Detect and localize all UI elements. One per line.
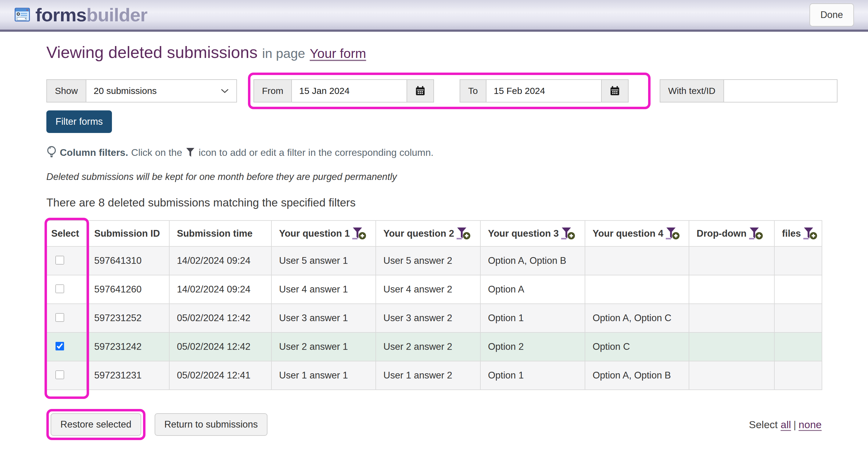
question-1-cell: User 5 answer 1 — [272, 246, 376, 275]
table-header-row: Select Submission ID Submission time You… — [46, 220, 822, 246]
hint-post-text: icon to add or edit a filter in the corr… — [198, 147, 433, 158]
filter-add-icon[interactable] — [561, 227, 575, 240]
text-id-input[interactable] — [723, 79, 837, 102]
from-label: From — [253, 79, 291, 102]
question-2-cell: User 3 answer 2 — [376, 304, 480, 333]
your-form-link[interactable]: Your form — [310, 46, 366, 61]
select-cell — [46, 304, 87, 333]
col-header-question-2: Your question 2 — [376, 220, 480, 246]
row-checkbox[interactable] — [56, 256, 64, 265]
question-1-cell: User 2 answer 1 — [272, 333, 376, 361]
select-all-link[interactable]: all — [780, 419, 791, 430]
question-3-cell: Option A — [480, 275, 585, 304]
return-to-submissions-button[interactable]: Return to submissions — [155, 413, 268, 436]
filter-funnel-icon — [186, 148, 195, 157]
page-title-main: Viewing deleted submissions — [46, 43, 257, 61]
filter-add-icon[interactable] — [457, 227, 471, 240]
submission-time-cell: 14/02/2024 09:24 — [169, 246, 272, 275]
table-row: 59764131014/02/2024 09:24User 5 answer 1… — [46, 246, 822, 275]
col-header-question-3: Your question 3 — [480, 220, 585, 246]
col-header-dropdown: Drop-down — [689, 220, 774, 246]
col-header-question-4: Your question 4 — [585, 220, 689, 246]
col-header-files: files — [774, 220, 822, 246]
submission-id-cell: 597641260 — [87, 275, 169, 304]
show-select-value: 20 submissions — [94, 86, 157, 96]
logo-forms-text: forms — [35, 4, 86, 25]
annotation-date-range-highlight: From To — [248, 72, 651, 109]
table-row: 59723124205/02/2024 12:42User 2 answer 1… — [46, 333, 822, 361]
hint-bold-text: Column filters. — [60, 147, 128, 158]
lightbulb-icon — [46, 146, 57, 159]
select-none-link[interactable]: none — [799, 419, 822, 430]
question-4-cell — [585, 246, 689, 275]
row-checkbox[interactable] — [56, 313, 64, 322]
select-cell — [46, 333, 87, 361]
show-group: Show 20 submissions — [46, 79, 237, 102]
question-2-cell: User 1 answer 2 — [376, 361, 480, 390]
app-title: formsbuilder — [35, 4, 147, 26]
calendar-icon — [610, 86, 620, 96]
results-count: There are 8 deleted submissions matching… — [46, 196, 822, 209]
question-1-cell: User 1 answer 1 — [272, 361, 376, 390]
files-cell — [774, 304, 822, 333]
col-header-submission-id: Submission ID — [87, 220, 169, 246]
filter-add-icon[interactable] — [666, 227, 680, 240]
files-cell — [774, 333, 822, 361]
annotation-restore-button-highlight: Restore selected — [46, 409, 146, 440]
col-header-select: Select — [46, 220, 87, 246]
dropdown-cell — [689, 275, 774, 304]
from-calendar-button[interactable] — [407, 79, 434, 102]
select-cell — [46, 246, 87, 275]
formsbuilder-logo: formsbuilder — [14, 4, 147, 26]
submissions-tbody: 59764131014/02/2024 09:24User 5 answer 1… — [46, 246, 822, 390]
footer-row: Restore selected Return to submissions S… — [46, 409, 822, 440]
question-3-cell: Option A, Option B — [480, 246, 585, 275]
table-row: 59723125205/02/2024 12:42User 3 answer 1… — [46, 304, 822, 333]
submission-time-cell: 14/02/2024 09:24 — [169, 275, 272, 304]
submission-time-cell: 05/02/2024 12:41 — [169, 361, 272, 390]
page-title-inpage: in page — [262, 46, 305, 61]
filter-row: Show 20 submissions From — [46, 72, 822, 109]
filter-add-icon[interactable] — [803, 227, 817, 240]
actions-row: Filter forms — [46, 111, 822, 133]
dropdown-cell — [689, 304, 774, 333]
col-header-submission-time: Submission time — [169, 220, 272, 246]
question-3-cell: Option 1 — [480, 361, 585, 390]
from-date-input[interactable] — [291, 79, 407, 102]
row-checkbox[interactable] — [56, 342, 64, 350]
deleted-submissions-table: Select Submission ID Submission time You… — [46, 220, 822, 390]
show-submissions-select[interactable]: 20 submissions — [86, 79, 237, 102]
question-4-cell: Option A, Option C — [585, 304, 689, 333]
app-header: formsbuilder Done — [0, 0, 868, 32]
question-3-cell: Option 2 — [480, 333, 585, 361]
select-label: Select — [749, 419, 778, 430]
col-header-question-1: Your question 1 — [272, 220, 376, 246]
show-label: Show — [46, 79, 86, 102]
files-cell — [774, 275, 822, 304]
question-4-cell: Option A, Option B — [585, 361, 689, 390]
hint-pre-text: Click on the — [131, 147, 182, 158]
to-calendar-button[interactable] — [602, 79, 628, 102]
text-id-group: With text/ID — [660, 79, 837, 102]
select-cell — [46, 275, 87, 304]
row-checkbox[interactable] — [56, 371, 64, 379]
submission-id-cell: 597641310 — [87, 246, 169, 275]
submission-id-cell: 597231242 — [87, 333, 169, 361]
filter-add-icon[interactable] — [352, 227, 366, 240]
to-date-group: To — [460, 79, 628, 102]
filter-add-icon[interactable] — [749, 227, 763, 240]
logo-builder-text: builder — [86, 4, 147, 25]
question-1-cell: User 4 answer 1 — [272, 275, 376, 304]
dropdown-cell — [689, 333, 774, 361]
to-date-input[interactable] — [486, 79, 602, 102]
question-2-cell: User 4 answer 2 — [376, 275, 480, 304]
table-row: 59764126014/02/2024 09:24User 4 answer 1… — [46, 275, 822, 304]
filter-forms-button[interactable]: Filter forms — [46, 111, 112, 133]
submission-time-cell: 05/02/2024 12:42 — [169, 304, 272, 333]
restore-selected-button[interactable]: Restore selected — [51, 413, 141, 436]
row-checkbox[interactable] — [56, 284, 64, 293]
page-title: Viewing deleted submissions in page Your… — [46, 43, 822, 63]
done-button[interactable]: Done — [809, 3, 854, 27]
formsbuilder-logo-icon — [14, 8, 31, 22]
files-cell — [774, 246, 822, 275]
